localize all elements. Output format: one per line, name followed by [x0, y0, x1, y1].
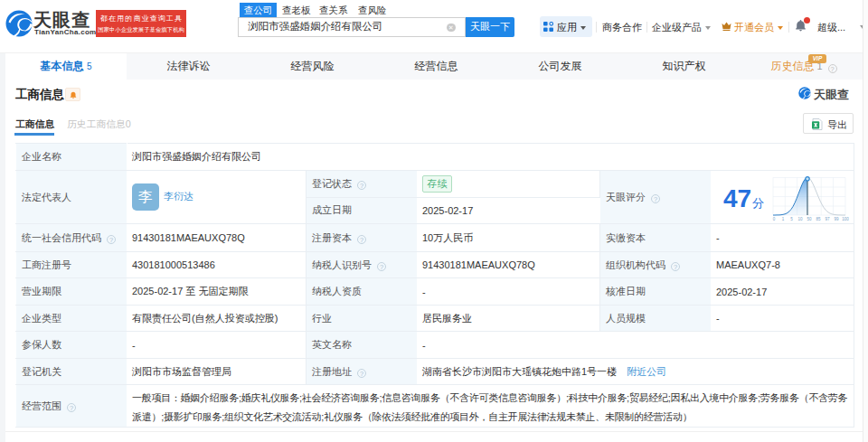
- svg-text:50: 50: [807, 217, 812, 221]
- svg-text:0: 0: [773, 217, 776, 221]
- svg-text:1: 1: [782, 217, 785, 221]
- svg-text:85: 85: [816, 217, 821, 221]
- svg-text:10: 10: [797, 217, 803, 221]
- svg-text:99: 99: [834, 217, 839, 221]
- svg-text:97: 97: [825, 217, 830, 221]
- svg-text:5: 5: [790, 217, 793, 221]
- svg-text:100: 100: [842, 217, 849, 221]
